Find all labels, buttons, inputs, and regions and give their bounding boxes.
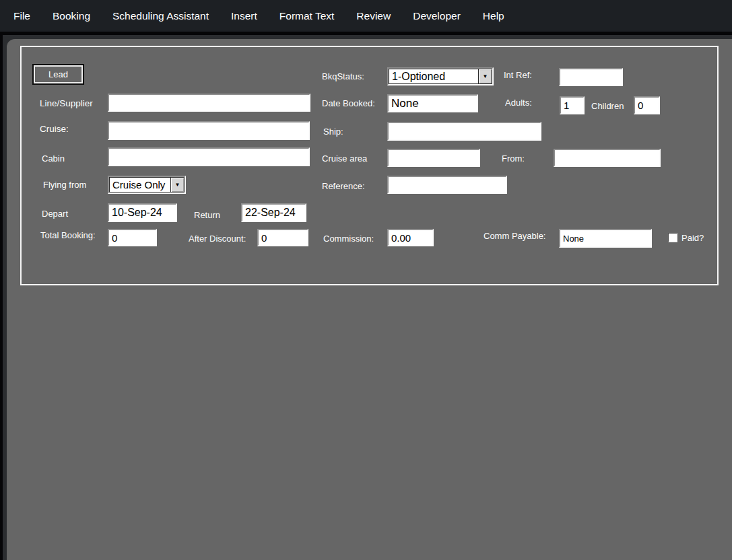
return-label: Return — [194, 210, 220, 221]
menu-help[interactable]: Help — [483, 10, 504, 22]
cabin-input[interactable] — [108, 147, 310, 166]
cruise-input[interactable] — [108, 121, 310, 140]
total-booking-label: Total Booking: — [40, 230, 96, 241]
reference-label: Reference: — [322, 181, 365, 192]
menu-booking[interactable]: Booking — [53, 10, 90, 22]
flying-from-selected-value: Cruise Only — [110, 178, 170, 192]
menu-review[interactable]: Review — [356, 10, 391, 22]
bkqstatus-dropdown-inner: 1-Optioned ▼ — [389, 69, 492, 84]
adults-label: Adults: — [505, 98, 532, 108]
depart-label: Depart — [42, 209, 68, 219]
bkqstatus-dropdown[interactable]: 1-Optioned ▼ — [387, 67, 494, 85]
menu-scheduling-assistant[interactable]: Scheduling Assistant — [112, 10, 209, 22]
flying-from-dropdown-button[interactable]: ▼ — [170, 178, 184, 192]
line-supplier-input[interactable] — [108, 94, 310, 112]
flying-from-dropdown-inner: Cruise Only ▼ — [109, 177, 185, 193]
depart-input[interactable] — [108, 203, 177, 222]
menu-format-text[interactable]: Format Text — [279, 10, 335, 22]
from-input[interactable] — [554, 149, 661, 167]
paid-checkbox[interactable] — [668, 233, 677, 242]
window-backdrop: Lead BkqStatus: 1-Optioned ▼ Int Ref: — [3, 35, 732, 560]
booking-form-canvas: Lead BkqStatus: 1-Optioned ▼ Int Ref: — [7, 39, 732, 560]
bkqstatus-dropdown-button[interactable]: ▼ — [478, 69, 492, 83]
date-booked-input[interactable] — [387, 94, 478, 112]
children-input[interactable] — [634, 96, 660, 114]
dropdown-arrow-icon: ▼ — [175, 182, 180, 188]
menu-file[interactable]: File — [13, 10, 30, 22]
flying-from-dropdown[interactable]: Cruise Only ▼ — [108, 176, 186, 194]
paid-label: Paid? — [681, 233, 704, 244]
comm-payable-input[interactable] — [559, 229, 652, 248]
total-booking-input[interactable] — [108, 229, 157, 246]
int-ref-label: Int Ref: — [504, 70, 532, 81]
menu-developer[interactable]: Developer — [413, 10, 461, 22]
window-chrome-band: Lead BkqStatus: 1-Optioned ▼ Int Ref: — [0, 32, 732, 560]
ship-label: Ship: — [323, 127, 343, 137]
bkqstatus-label: BkqStatus: — [322, 71, 364, 82]
cruise-area-label: Cruise area — [322, 153, 367, 164]
menu-insert[interactable]: Insert — [231, 10, 257, 22]
from-label: From: — [502, 153, 525, 164]
adults-input[interactable] — [560, 96, 585, 114]
comm-payable-label: Comm Payable: — [484, 231, 545, 242]
reference-input[interactable] — [387, 176, 507, 194]
bkqstatus-selected-value: 1-Optioned — [389, 69, 478, 83]
dropdown-arrow-icon: ▼ — [483, 74, 488, 79]
cruise-area-input[interactable] — [387, 149, 480, 167]
ship-input[interactable] — [387, 122, 541, 141]
after-discount-label: After Discount: — [189, 234, 246, 244]
cabin-label: Cabin — [42, 153, 65, 164]
line-supplier-label: Line/Supplier — [40, 98, 93, 109]
return-input[interactable] — [241, 203, 306, 222]
commission-input[interactable] — [387, 229, 434, 246]
lead-button[interactable]: Lead — [32, 64, 84, 85]
flying-from-label: Flying from — [43, 180, 86, 190]
application-window: File Booking Scheduling Assistant Insert… — [0, 0, 732, 560]
date-booked-label: Date Booked: — [322, 98, 375, 109]
booking-form-frame: Lead BkqStatus: 1-Optioned ▼ Int Ref: — [20, 46, 719, 285]
cruise-label: Cruise: — [40, 124, 69, 135]
children-label: Children — [591, 101, 624, 112]
after-discount-input[interactable] — [257, 229, 308, 246]
int-ref-input[interactable] — [559, 68, 623, 86]
menu-bar: File Booking Scheduling Assistant Insert… — [0, 0, 732, 32]
commission-label: Commission: — [323, 234, 374, 244]
